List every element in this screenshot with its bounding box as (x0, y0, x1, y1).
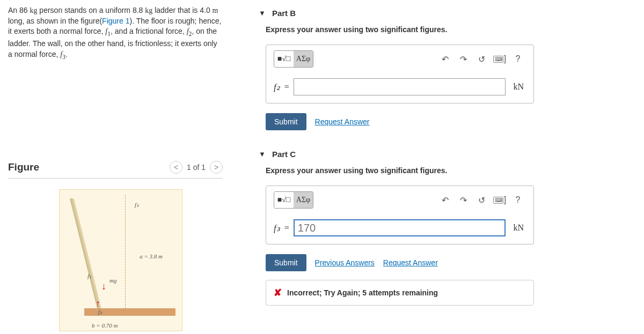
part-c-instruction: Express your answer using two significan… (266, 166, 639, 175)
figure-link[interactable]: Figure 1 (102, 17, 129, 25)
help-icon[interactable]: ? (510, 192, 526, 207)
help-icon[interactable]: ? (510, 51, 526, 66)
templates-button[interactable]: ■√□ (274, 192, 294, 208)
chevron-down-icon: ▼ (259, 150, 266, 158)
part-c-feedback: ✘ Incorrect; Try Again; 5 attempts remai… (266, 280, 534, 306)
part-c-answer-box: ■√□ ΑΣφ ↶ ↷ ↺ ⌨ ] ? f₃ = kN (266, 185, 534, 244)
part-c-variable: f₃ (274, 222, 280, 234)
part-b-submit-button[interactable]: Submit (266, 113, 306, 130)
undo-icon[interactable]: ↶ (437, 51, 453, 66)
templates-button[interactable]: ■√□ (274, 51, 294, 67)
redo-icon[interactable]: ↷ (455, 51, 471, 66)
part-c-header[interactable]: ▼ Part C (236, 146, 639, 166)
part-c: ▼ Part C Express your answer using two s… (236, 146, 639, 306)
part-c-submit-button[interactable]: Submit (266, 254, 306, 271)
part-b: ▼ Part B Express your answer using two s… (236, 5, 639, 130)
part-b-variable: f₂ (274, 81, 280, 93)
incorrect-icon: ✘ (274, 287, 282, 299)
part-c-input[interactable] (294, 219, 506, 236)
greek-button[interactable]: ΑΣφ (294, 51, 313, 67)
chevron-down-icon: ▼ (259, 9, 266, 17)
figure-prev-button[interactable]: < (170, 161, 182, 174)
keyboard-icon[interactable]: ⌨ ] (492, 192, 508, 207)
part-b-answer-box: ■√□ ΑΣφ ↶ ↷ ↺ ⌨ ] ? f₂ = kN (266, 44, 534, 103)
reset-icon[interactable]: ↺ (473, 192, 489, 207)
greek-button[interactable]: ΑΣφ (294, 192, 313, 208)
figure-counter: 1 of 1 (187, 163, 206, 172)
part-c-unit: kN (513, 223, 524, 233)
part-b-instruction: Express your answer using two significan… (266, 25, 639, 34)
undo-icon[interactable]: ↶ (437, 192, 453, 207)
keyboard-icon[interactable]: ⌨ ] (492, 51, 508, 66)
part-b-unit: kN (513, 82, 524, 92)
part-c-request-answer-link[interactable]: Request Answer (383, 258, 438, 267)
part-b-request-answer-link[interactable]: Request Answer (315, 117, 370, 126)
part-b-input[interactable] (294, 78, 506, 95)
problem-statement: An 86 kg person stands on a uniform 8.8 … (8, 5, 223, 62)
reset-icon[interactable]: ↺ (473, 51, 489, 66)
part-c-previous-answers-link[interactable]: Previous Answers (315, 258, 375, 267)
figure-image: ↑ ↓ a = 3.8 m b = 0.70 m f₁ f₂ f₃ mg (59, 189, 182, 331)
figure-title: Figure (8, 161, 39, 173)
part-b-header[interactable]: ▼ Part B (236, 5, 639, 25)
redo-icon[interactable]: ↷ (455, 192, 471, 207)
figure-next-button[interactable]: > (210, 161, 223, 174)
